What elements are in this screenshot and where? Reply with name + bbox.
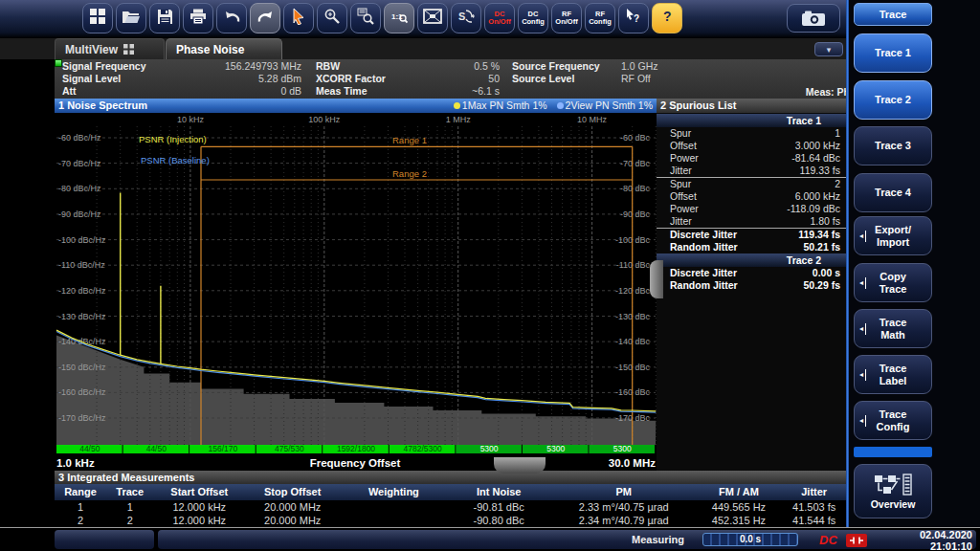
select-pointer-button[interactable] (283, 3, 314, 33)
softkey-trace-config[interactable]: ◂TraceConfig (854, 401, 932, 440)
xcorr-segment-label: 5300 (480, 444, 499, 453)
spurious-row-value: 119.34 fs (798, 229, 840, 241)
table-header-row: RangeTraceStart OffsetStop OffsetWeighti… (55, 484, 848, 500)
print-button[interactable] (183, 3, 213, 33)
screenshot-button[interactable] (787, 4, 840, 33)
spurious-row: Offset6.000 kHz (657, 190, 848, 203)
x-tick-label: 10 MHz (577, 115, 608, 124)
noise-spectrum-header[interactable]: 1 Noise Spectrum 1Max PN Smth 1%2View PN… (55, 99, 657, 113)
zoom-1to1-button[interactable]: 1:1 (384, 3, 414, 33)
spurious-row: Spur2 (657, 177, 848, 190)
table-row: 1112.000 kHz20.000 MHz-90.81 dBc2.33 m°/… (55, 500, 848, 514)
dc-onoff-button[interactable]: DCOn/Off (484, 3, 515, 33)
spurious-row-label: Spur (670, 127, 691, 140)
xcorr-segment-label: 44/50 (79, 444, 100, 453)
spurious-row-value: 3.000 kHz (795, 140, 840, 152)
x-axis-start-label: 1.0 kHz (56, 457, 95, 469)
spurious-row-label: Discrete Jitter (670, 229, 737, 241)
spurious-list-title[interactable]: 2 Spurious List (657, 99, 848, 113)
info-label: XCORR Factor (316, 73, 386, 84)
x-tick-label: 1 MHz (446, 115, 472, 124)
table-header-cell: PM (550, 484, 697, 500)
save-button[interactable] (149, 3, 180, 33)
spurious-row: Discrete Jitter119.34 fs (657, 228, 848, 241)
open-button[interactable] (116, 3, 146, 33)
spurious-row: Discrete Jitter0.00 s (657, 267, 848, 279)
spurious-row-value: 0.00 s (813, 267, 840, 279)
x-tick-label: 10 kHz (177, 115, 205, 124)
display-config-button[interactable] (417, 3, 448, 33)
softkey-copy-trace[interactable]: ◂CopyTrace (854, 263, 932, 302)
integrated-measurements-title[interactable]: 3 Integrated Measurements (55, 471, 848, 484)
info-label: Signal Level (62, 73, 121, 84)
noise-spectrum-chart[interactable]: 10 kHz100 kHz1 MHz10 MHz-60 dBc/Hz-60 dB… (55, 113, 657, 471)
legend-trace-1[interactable]: 1Max PN Smth 1% (454, 99, 547, 113)
info-label: Meas Time (316, 85, 368, 97)
xcorr-segment-label: 4782/5300 (404, 444, 442, 453)
info-value: 156.249793 MHz (198, 60, 301, 72)
status-bar-left-box (55, 530, 154, 549)
y-tick-label-left: -120 dBc/Hz (58, 286, 106, 296)
table-header-cell: FM / AM (697, 484, 780, 500)
vertical-splitter-handle[interactable] (650, 260, 663, 298)
y-tick-label-left: -130 dBc/Hz (58, 312, 106, 321)
softkey-label: Trace 4 (875, 187, 911, 199)
softkey-export-import[interactable]: ◂Export/Import (854, 216, 932, 255)
softkey-trace-math[interactable]: ◂TraceMath (854, 309, 932, 348)
dc-config-button-label: Config (522, 18, 545, 26)
help-pointer-button[interactable]: ? (618, 3, 649, 33)
softkey-trace-4[interactable]: Trace 4 (854, 173, 932, 212)
y-tick-label-right: -90 dBc (620, 209, 651, 219)
zoom-1to1-icon: 1:1 (390, 8, 408, 29)
spurious-row-label: Random Jitter (670, 241, 738, 253)
sweep-button[interactable]: S (451, 3, 481, 33)
softkey-trace-label[interactable]: ◂TraceLabel (854, 355, 932, 394)
rf-onoff-button[interactable]: RFOn/Off (551, 3, 582, 33)
xcorr-segment-label: 156/170 (209, 444, 238, 453)
windows-button[interactable] (82, 3, 113, 33)
help-pointer-icon: ? (625, 8, 642, 29)
spurious-row-value: -118.09 dBc (787, 203, 840, 215)
noise-spectrum-window: 1 Noise Spectrum 1Max PN Smth 1%2View PN… (55, 99, 657, 471)
tab-phase-noise[interactable]: Phase Noise (166, 38, 282, 59)
tab-multiview[interactable]: MultiView (55, 38, 165, 59)
zoom-config-icon (357, 8, 374, 29)
y-tick-label-left: -160 dBc/Hz (58, 387, 106, 397)
redo-button[interactable] (250, 3, 280, 33)
table-header-cell: Weighting (340, 484, 447, 500)
tab-dropdown-button[interactable]: ▾ (814, 42, 843, 56)
y-tick-label-left: -110 dBc/Hz (58, 260, 105, 270)
softkey-label: Trace 3 (875, 140, 911, 152)
overview-button[interactable]: Overview (854, 464, 932, 518)
spurious-row-label: Jitter (670, 215, 692, 228)
info-value: 0 dB (198, 85, 301, 97)
x-axis-title: Frequency Offset (310, 457, 401, 469)
softkey-trace-1[interactable]: Trace 1 (854, 33, 932, 73)
spurious-row: Random Jitter50.29 fs (657, 279, 848, 292)
softkey-trace-2[interactable]: Trace 2 (854, 80, 932, 120)
table-cell: 12.000 kHz (154, 500, 245, 514)
tab-phase-noise-label: Phase Noise (176, 43, 244, 56)
folder-icon (122, 9, 141, 28)
table-cell: 2.33 m°/40.75 µrad (550, 500, 697, 514)
help-button[interactable]: ? (652, 3, 682, 33)
zoom-config-button[interactable] (350, 3, 381, 33)
windows-icon (89, 8, 106, 29)
redo-icon (256, 9, 275, 28)
spurious-row-value: 6.000 kHz (795, 190, 840, 203)
y-tick-label-right: -110 dBc (616, 260, 651, 270)
spurious-row: Spur1 (657, 127, 848, 140)
table-header-cell: Trace (106, 484, 154, 500)
table-cell: -90.80 dBc (447, 514, 550, 527)
softkey-trace-3[interactable]: Trace 3 (854, 126, 932, 165)
info-label: Att (62, 85, 77, 97)
horizontal-splitter-handle[interactable] (494, 457, 546, 474)
rf-config-button[interactable]: RFConfig (585, 3, 615, 33)
info-label: Source Level (512, 73, 574, 84)
undo-button[interactable] (216, 3, 247, 33)
legend-trace-2[interactable]: 2View PN Smth 1% (557, 99, 653, 113)
dc-config-button[interactable]: DCConfig (518, 3, 548, 33)
x-tick-label: 100 kHz (308, 115, 341, 124)
zoom-button[interactable] (317, 3, 347, 33)
spurious-row-label: Offset (670, 140, 697, 152)
